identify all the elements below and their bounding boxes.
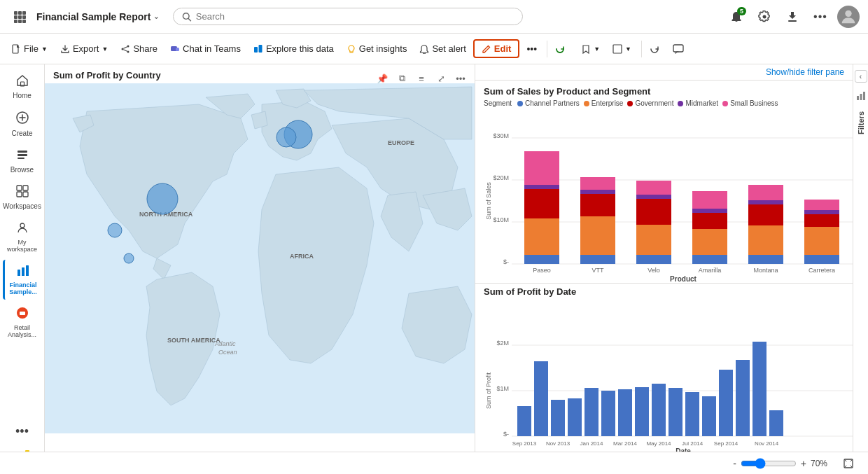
velo-mid <box>636 195 671 199</box>
svg-rect-32 <box>18 158 24 159</box>
ellipsis-icon: ••• <box>813 11 827 23</box>
vtt-mid <box>580 190 615 194</box>
refresh-button[interactable] <box>552 41 574 57</box>
sidebar-item-workspaces[interactable]: Workspaces <box>3 181 42 214</box>
chart-header-bar: Show/hide filter pane <box>475 64 853 81</box>
fullscreen-button[interactable] <box>837 452 860 475</box>
profit-y-tick-1m: $1M <box>496 385 509 392</box>
svg-rect-31 <box>18 154 27 156</box>
view-icon <box>612 44 622 54</box>
legend-mid-label: Midmarket <box>685 99 718 107</box>
collapse-filters-button[interactable]: ‹ <box>855 70 867 83</box>
zoom-minus[interactable]: - <box>733 458 736 469</box>
velo-govt <box>636 199 671 225</box>
zoom-plus[interactable]: + <box>801 458 806 469</box>
download-button[interactable] <box>781 6 804 28</box>
legend-enterprise-dot <box>584 101 589 106</box>
eu-bubble-small <box>276 127 296 147</box>
bar-sep14 <box>719 370 733 436</box>
svg-rect-3 <box>14 15 18 19</box>
explore-button[interactable]: Explore this data <box>248 41 340 57</box>
avatar-icon <box>839 7 858 27</box>
collapse-arrow-icon: ‹ <box>860 73 862 81</box>
x-vtt: VTT <box>592 267 605 274</box>
chat-teams-button[interactable]: Chat in Teams <box>164 41 246 57</box>
search-bar[interactable] <box>173 8 523 25</box>
export-button[interactable]: Export ▼ <box>55 41 114 57</box>
vtt-channel <box>580 255 615 264</box>
view-button[interactable]: ▼ <box>607 41 637 57</box>
sidebar-item-retail[interactable]: RetailAnalysis... <box>3 302 42 342</box>
page-refresh-button[interactable] <box>646 41 668 57</box>
more-options-button[interactable]: ••• <box>809 6 832 28</box>
notification-badge: 5 <box>737 7 746 15</box>
sidebar-item-home[interactable]: Home <box>3 70 42 104</box>
sidebar-home-label: Home <box>13 92 31 99</box>
user-avatar[interactable] <box>837 6 860 28</box>
share-button[interactable]: Share <box>115 41 163 57</box>
bookmark-button[interactable]: ▼ <box>575 41 606 57</box>
svg-rect-33 <box>17 186 22 190</box>
zoom-slider[interactable] <box>741 458 797 469</box>
filters-panel[interactable]: ‹ Filters <box>853 64 868 474</box>
carretera-small <box>804 200 839 210</box>
insights-button[interactable]: Get insights <box>341 41 413 57</box>
app-grid-button[interactable] <box>8 6 31 28</box>
svg-rect-60 <box>863 92 865 100</box>
svg-rect-22 <box>258 45 262 53</box>
sidebar-item-browse[interactable]: Browse <box>3 144 42 178</box>
y-tick-10m: $10M <box>493 216 509 223</box>
toolbar-more-button[interactable]: ••• <box>521 41 542 57</box>
top-bar: Financial Sample Report ⌄ 5 <box>0 0 868 34</box>
search-input[interactable] <box>196 11 514 22</box>
sidebar-financial-label: FinancialSample... <box>9 281 37 295</box>
svg-rect-58 <box>857 96 859 100</box>
sidebar-more-icon: ••• <box>15 424 29 439</box>
bar-chart-section: Sum of Sales by Product and Segment Segm… <box>475 81 853 283</box>
edit-icon <box>482 44 491 54</box>
notifications-button[interactable]: 5 <box>725 6 748 28</box>
svg-rect-30 <box>18 151 27 153</box>
us-bubble <box>108 223 122 237</box>
svg-line-10 <box>188 18 190 20</box>
sidebar-more[interactable]: ••• <box>3 420 42 446</box>
alert-button[interactable]: Set alert <box>414 41 471 57</box>
na-bubble <box>147 183 178 214</box>
left-panel: Sum of Profit by Country 📌 ⧉ ≡ ⤢ ••• <box>45 64 475 474</box>
svg-rect-40 <box>26 265 29 276</box>
sidebar-item-financial[interactable]: FinancialSample... <box>3 260 42 300</box>
sidebar-retail-label: RetailAnalysis... <box>8 324 36 338</box>
bar-mar14 <box>618 389 632 436</box>
more-icon: ••• <box>526 43 537 55</box>
bar-sep13 <box>517 406 531 436</box>
file-button[interactable]: File ▼ <box>6 41 53 57</box>
svg-rect-8 <box>22 20 26 23</box>
montana-channel <box>748 255 783 264</box>
zoom-control: - + 70% <box>733 458 832 469</box>
toolbar-separator-2 <box>641 41 642 57</box>
sidebar-item-my-workspace[interactable]: Myworkspace <box>3 217 42 257</box>
filters-label[interactable]: Filters <box>857 111 865 134</box>
comment-button[interactable] <box>670 41 692 57</box>
sidebar-item-create[interactable]: Create <box>3 106 42 141</box>
svg-rect-11 <box>788 20 797 22</box>
settings-button[interactable] <box>753 6 776 28</box>
profit-bar-chart-svg: $- $1M $2M Sum of Profit <box>484 300 853 454</box>
show-filter-button[interactable]: Show/hide filter pane <box>766 67 844 77</box>
report-title[interactable]: Financial Sample Report ⌄ <box>36 11 159 22</box>
legend-segment-label: Segment <box>484 99 512 107</box>
financial-icon <box>17 264 29 280</box>
x-velo: Velo <box>648 267 660 274</box>
edit-button[interactable]: Edit <box>473 39 520 58</box>
create-icon <box>15 111 29 128</box>
date-may14: May 2014 <box>646 440 671 447</box>
bar-nov14 <box>752 342 766 436</box>
svg-rect-0 <box>14 11 18 15</box>
paseo-govt <box>524 189 559 218</box>
svg-rect-6 <box>14 20 18 23</box>
bar-feb14 <box>601 391 615 436</box>
sales-bar-chart-svg: $- $10M $20M $30M Sum of Sales <box>484 110 853 278</box>
y-tick-20m: $20M <box>493 174 509 181</box>
download-icon <box>787 11 798 22</box>
search-icon <box>182 12 191 22</box>
